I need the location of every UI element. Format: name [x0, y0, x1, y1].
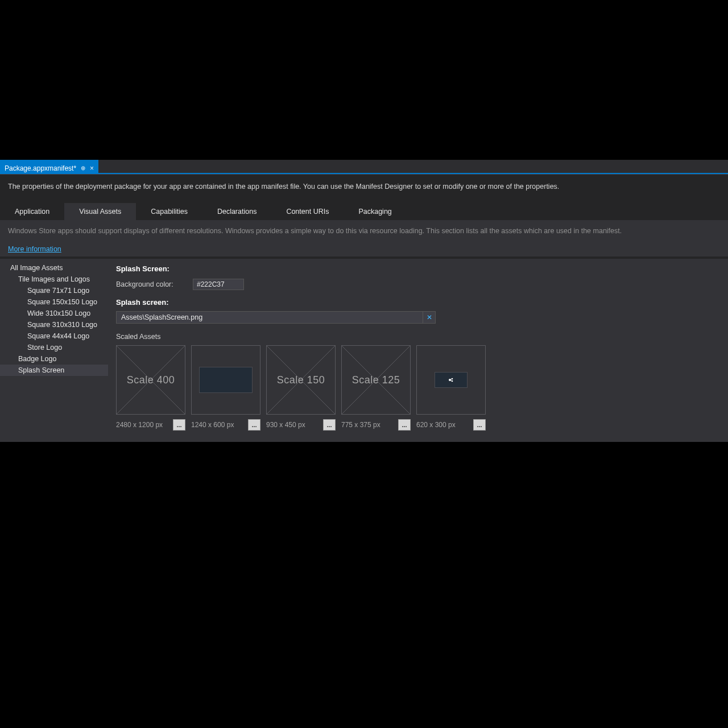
main-area: Splash Screen: Background color: Splash …: [108, 259, 728, 442]
thumb-box[interactable]: Scale 150: [266, 345, 336, 415]
browse-button[interactable]: ...: [398, 419, 411, 431]
sidebar-item-all[interactable]: All Image Assets: [0, 262, 108, 274]
scale-text: Scale 125: [352, 374, 400, 386]
scaled-assets-row: Scale 400 2480 x 1200 px ... 124: [116, 345, 720, 431]
tab-application[interactable]: Application: [0, 203, 64, 220]
browse-button[interactable]: ...: [323, 419, 336, 431]
thumb-col-125: Scale 125 775 x 375 px ...: [341, 345, 411, 431]
thumb-col-100: 620 x 300 px ...: [416, 345, 486, 431]
scale-text: Scale 400: [127, 374, 175, 386]
thumb-dim: 775 x 375 px: [341, 421, 380, 429]
document-tab-title: Package.appxmanifest*: [5, 164, 76, 172]
clear-path-button[interactable]: ✕: [423, 311, 436, 324]
tab-visual-assets[interactable]: Visual Assets: [64, 203, 136, 220]
section-title-splash: Splash Screen:: [116, 264, 720, 273]
scaled-assets-label: Scaled Assets: [116, 333, 720, 341]
sidebar-item-store[interactable]: Store Logo: [0, 342, 108, 353]
manifest-designer-panel: Package.appxmanifest* ⊕ × The properties…: [0, 160, 728, 450]
sub-intro-text: Windows Store apps should support displa…: [0, 220, 728, 241]
sidebar-item-44[interactable]: Square 44x44 Logo: [0, 330, 108, 342]
bg-color-input[interactable]: [193, 279, 244, 290]
thumb-dim: 1240 x 600 px: [191, 421, 234, 429]
thumb-col-200: 1240 x 600 px ...: [191, 345, 260, 431]
tab-content-uris[interactable]: Content URIs: [271, 203, 344, 220]
thumb-box[interactable]: Scale 125: [341, 345, 411, 415]
section-title-splash2: Splash screen:: [116, 298, 720, 307]
bg-color-label: Background color:: [116, 280, 187, 288]
scale-text: Scale 150: [277, 374, 325, 386]
thumb-col-150: Scale 150 930 x 450 px ...: [266, 345, 336, 431]
document-tab-active[interactable]: Package.appxmanifest* ⊕ ×: [0, 160, 98, 174]
tab-packaging[interactable]: Packaging: [344, 203, 406, 220]
thumb-dim: 2480 x 1200 px: [116, 421, 163, 429]
asset-sidebar: All Image Assets Tile Images and Logos S…: [0, 259, 108, 442]
tab-capabilities[interactable]: Capabilities: [136, 203, 202, 220]
clear-icon: ✕: [427, 313, 432, 321]
thumb-box[interactable]: Scale 400: [116, 345, 185, 415]
thumb-box[interactable]: [191, 345, 260, 415]
pin-icon[interactable]: ⊕: [81, 165, 85, 171]
intro-text: The properties of the deployment package…: [0, 175, 728, 196]
thumb-dim: 930 x 450 px: [266, 421, 305, 429]
browse-button[interactable]: ...: [173, 419, 185, 431]
panel-body: The properties of the deployment package…: [0, 174, 728, 442]
sidebar-item-splash[interactable]: Splash Screen: [0, 365, 108, 376]
splash-path-input[interactable]: [116, 311, 423, 324]
browse-button[interactable]: ...: [473, 419, 486, 431]
app-logo-icon: [448, 377, 454, 383]
designer-tabs: Application Visual Assets Capabilities D…: [0, 203, 728, 220]
thumb-box[interactable]: [416, 345, 486, 415]
sidebar-item-wide[interactable]: Wide 310x150 Logo: [0, 308, 108, 319]
sidebar-item-badge[interactable]: Badge Logo: [0, 353, 108, 365]
sidebar-item-150[interactable]: Square 150x150 Logo: [0, 296, 108, 308]
svg-point-6: [449, 379, 451, 381]
more-information-link[interactable]: More information: [0, 241, 728, 257]
thumb-col-400: Scale 400 2480 x 1200 px ...: [116, 345, 185, 431]
preview-image: [435, 372, 468, 388]
document-tab-bar: Package.appxmanifest* ⊕ ×: [0, 160, 728, 174]
sidebar-item-310[interactable]: Square 310x310 Logo: [0, 319, 108, 330]
browse-button[interactable]: ...: [248, 419, 260, 431]
close-icon[interactable]: ×: [90, 164, 94, 172]
sidebar-item-71[interactable]: Square 71x71 Logo: [0, 285, 108, 296]
preview-image: [199, 367, 253, 393]
sidebar-item-tile-logos[interactable]: Tile Images and Logos: [0, 274, 108, 285]
content-area: All Image Assets Tile Images and Logos S…: [0, 259, 728, 442]
tab-declarations[interactable]: Declarations: [202, 203, 271, 220]
thumb-dim: 620 x 300 px: [416, 421, 456, 429]
